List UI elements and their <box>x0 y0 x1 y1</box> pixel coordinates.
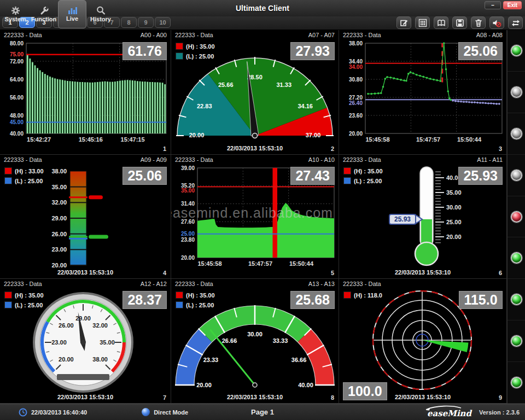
nav-history-button[interactable]: History <box>86 0 115 28</box>
svg-text:26.66: 26.66 <box>222 337 237 344</box>
panel-a07-half-gauge[interactable]: 222333 - DataA07 - A07 (H) : 35.00 (L) :… <box>171 30 339 155</box>
svg-text:38.00: 38.00 <box>51 168 67 174</box>
panel-title: 222333 - Data <box>175 281 213 289</box>
panel-range: A08 - A08 <box>476 32 503 40</box>
legend-swatch-low <box>4 301 12 308</box>
svg-text:34.16: 34.16 <box>298 103 313 109</box>
led-indicator-green <box>511 45 522 56</box>
svg-text:15:42:27: 15:42:27 <box>27 136 51 143</box>
toolbar <box>396 16 523 29</box>
svg-text:23.80: 23.80 <box>181 237 195 243</box>
legend: (H) : 118.0 <box>343 291 382 299</box>
panel-a13-band-gauge[interactable]: 222333 - DataA13 - A13 (H) : 35.00 (L) :… <box>171 279 339 404</box>
value-box-secondary: 100.0 <box>343 382 387 400</box>
svg-text:72.00: 72.00 <box>10 59 24 65</box>
mute-button[interactable] <box>489 16 504 29</box>
svg-text:35.00: 35.00 <box>181 188 195 194</box>
tab-9[interactable]: 9 <box>138 17 154 28</box>
svg-text:40.00: 40.00 <box>298 382 313 388</box>
svg-text:20.00: 20.00 <box>181 255 195 261</box>
gear-icon <box>11 6 20 15</box>
nav-live-label: Live <box>66 15 78 22</box>
panel-index: 3 <box>499 145 502 152</box>
timestamp: 22/03/2013 15:53:10 <box>171 394 339 400</box>
led-indicator-gray <box>511 170 522 181</box>
panel-range: A07 - A07 <box>308 32 335 40</box>
legend-swatch-low <box>176 301 183 308</box>
panel-range: A00 - A00 <box>141 32 167 40</box>
svg-text:15:50:44: 15:50:44 <box>289 260 314 267</box>
svg-text:20.00: 20.00 <box>189 132 205 138</box>
panel-a08-line-trend[interactable]: 222333 - DataA08 - A08 38.0034.4034.0030… <box>339 30 507 155</box>
svg-text:26.00: 26.00 <box>51 231 67 237</box>
minimize-button[interactable]: – <box>485 1 501 9</box>
svg-text:35.00: 35.00 <box>446 189 462 196</box>
legend: (H) : 35.00 (L) : 25.00 <box>176 291 215 308</box>
panel-index: 9 <box>499 394 502 401</box>
panel-title: 222333 - Data <box>4 32 42 40</box>
watermark: easemind.en.alibaba.com <box>171 205 333 221</box>
legend-label-high: (H) : 35.00 <box>15 292 44 299</box>
legend-swatch-high <box>343 291 351 299</box>
legend-label-low: (L) : 25.00 <box>354 178 382 184</box>
panel-title: 222333 - Data <box>175 32 213 40</box>
legend-swatch-low <box>4 177 12 184</box>
panel-a00-bar-trend[interactable]: 222333 - DataA00 - A00 80.0075.0072.0064… <box>0 30 171 155</box>
legend-swatch-high <box>176 43 183 50</box>
brand-swoosh-icon <box>425 405 463 411</box>
legend: (H) : 33.00 (L) : 25.00 <box>4 167 44 184</box>
edit-button[interactable] <box>396 16 411 29</box>
legend-label-low: (L) : 25.00 <box>15 302 43 308</box>
led-indicator-green <box>511 252 522 264</box>
tab-8[interactable]: 8 <box>121 17 137 28</box>
svg-text:32.00: 32.00 <box>92 322 108 329</box>
svg-text:32.00: 32.00 <box>51 199 67 206</box>
grid-button[interactable] <box>415 16 430 29</box>
svg-text:30.00: 30.00 <box>446 204 462 211</box>
version-label: Version : 2.3.6 <box>479 409 520 416</box>
svg-text:23.60: 23.60 <box>349 113 363 119</box>
svg-text:35.00: 35.00 <box>100 339 115 346</box>
tab-10[interactable]: 10 <box>155 17 171 28</box>
nav-system-button[interactable]: System <box>1 0 30 28</box>
value-box: 25.93 <box>458 167 503 185</box>
panel-a10-area-trend[interactable]: 222333 - DataA10 - A10 39.0035.2035.0031… <box>171 155 339 279</box>
save-icon <box>456 19 464 27</box>
legend-swatch-high <box>343 167 351 174</box>
svg-text:20.00: 20.00 <box>59 356 74 363</box>
timestamp: 22/03/2013 15:53:10 <box>339 269 506 276</box>
svg-text:33.33: 33.33 <box>273 337 288 344</box>
svg-text:29.00: 29.00 <box>51 215 67 221</box>
nav-function-button[interactable]: Function <box>30 0 58 28</box>
value-box: 61.76 <box>122 42 167 60</box>
nav-live-button[interactable]: Live <box>58 0 86 28</box>
legend-swatch-high <box>176 291 183 299</box>
svg-text:15:47:57: 15:47:57 <box>248 260 272 267</box>
panel-a11-thermometer[interactable]: 222333 - DataA11 - A11 (H) : 35.00 (L) :… <box>339 155 507 279</box>
svg-text:36.66: 36.66 <box>291 357 307 363</box>
sync-button[interactable] <box>508 16 523 29</box>
panel-range: A09 - A09 <box>141 156 167 165</box>
led-status-column <box>507 30 525 404</box>
panel-index: 1 <box>163 145 166 152</box>
panel-range: A13 - A13 <box>308 281 335 289</box>
panel-a09-vertical-gauge[interactable]: 222333 - DataA09 - A09 (H) : 33.00 (L) :… <box>0 155 171 279</box>
led-cell-8 <box>508 320 525 362</box>
panel-a14-radar[interactable]: 222333 - Data (H) : 118.0 115.0 100.0 22… <box>339 279 507 404</box>
exit-button[interactable]: Exit <box>503 1 522 9</box>
book-button[interactable] <box>434 16 448 29</box>
svg-text:30.00: 30.00 <box>247 331 262 337</box>
value-box: 25.06 <box>122 167 167 185</box>
save-button[interactable] <box>452 16 467 29</box>
panel-title: 222333 - Data <box>343 281 381 289</box>
led-cell-6 <box>508 237 525 279</box>
trash-button[interactable] <box>471 16 486 29</box>
legend-label-low: (L) : 25.00 <box>186 53 214 60</box>
timestamp: 22/03/2013 15:53:10 <box>0 269 171 276</box>
svg-text:15:47:57: 15:47:57 <box>416 136 440 143</box>
svg-text:20.00: 20.00 <box>51 262 67 269</box>
panel-a12-round-gauge[interactable]: 222333 - DataA12 - A12 (H) : 35.00 (L) :… <box>0 279 171 404</box>
value-box: 25.06 <box>458 42 503 60</box>
panel-index: 4 <box>163 270 166 276</box>
svg-text:39.00: 39.00 <box>181 165 195 171</box>
